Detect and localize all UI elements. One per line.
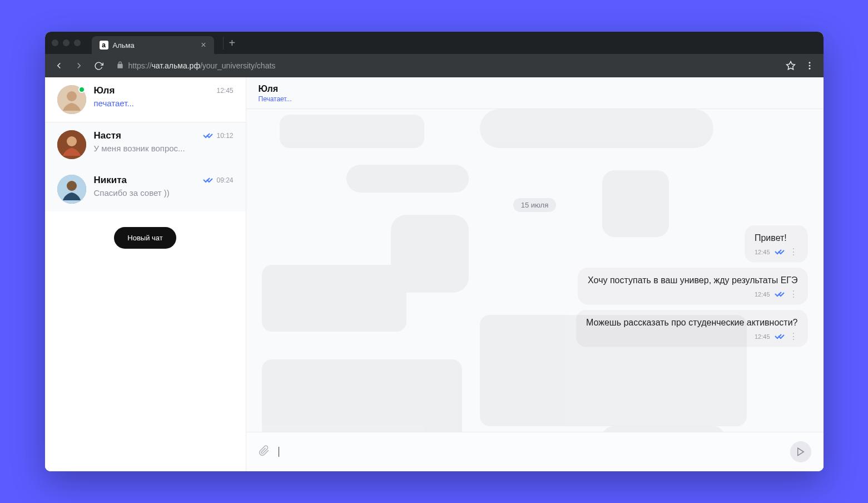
- svg-point-5: [67, 91, 77, 101]
- chat-list-item[interactable]: Настя 10:12 У меня возник вопрос...: [45, 122, 246, 167]
- new-tab-button[interactable]: +: [223, 37, 241, 50]
- message-bubble: Можешь рассказать про студенческие актив…: [576, 310, 808, 347]
- tab-title: Альма: [113, 41, 197, 50]
- chat-list-item[interactable]: Юля 12:45 печатает...: [45, 77, 246, 122]
- svg-point-7: [67, 136, 77, 146]
- svg-point-2: [809, 65, 810, 67]
- message-text: Привет!: [755, 233, 787, 243]
- chat-header: Юля Печатает...: [246, 77, 824, 109]
- lock-icon: [116, 61, 124, 71]
- browser-tab[interactable]: a Альма ×: [92, 36, 214, 54]
- read-status-icon: [775, 332, 785, 341]
- new-chat-button[interactable]: Новый чат: [114, 227, 176, 249]
- chat-list-item[interactable]: Никита 09:24 Спасибо за совет )): [45, 167, 246, 211]
- window-maximize-dot[interactable]: [74, 40, 81, 46]
- app: Юля 12:45 печатает... Настя: [45, 77, 824, 471]
- send-button[interactable]: [790, 441, 811, 462]
- conversation-title: Юля: [259, 84, 811, 94]
- reload-button[interactable]: [91, 57, 107, 74]
- message-time: 12:45: [755, 333, 770, 340]
- svg-point-1: [809, 62, 810, 63]
- date-separator: 15 июля: [513, 198, 556, 212]
- message-text: Можешь рассказать про студенческие актив…: [586, 318, 798, 327]
- message-menu-button[interactable]: ⋮: [789, 248, 798, 257]
- browser-window: a Альма × + https://чат.альма.рф/your_un…: [45, 32, 824, 471]
- read-status-icon: [775, 290, 785, 299]
- address-bar: https://чат.альма.рф/your_university/cha…: [45, 54, 824, 77]
- chat-name: Настя: [94, 130, 121, 141]
- tab-strip: a Альма × +: [45, 32, 824, 54]
- messages-area: 15 июля Привет! 12:45 ⋮ Хочу поступать в…: [246, 109, 824, 432]
- chat-preview: Спасибо за совет )): [94, 188, 234, 198]
- bookmark-button[interactable]: [782, 57, 799, 74]
- svg-marker-0: [786, 62, 795, 70]
- online-indicator: [78, 86, 85, 93]
- message-bubble: Привет! 12:45 ⋮: [745, 225, 808, 262]
- url-text: https://чат.альма.рф/your_university/cha…: [128, 61, 276, 70]
- svg-point-9: [67, 181, 77, 191]
- message-text: Хочу поступать в ваш универ, жду результ…: [588, 275, 797, 285]
- read-status-icon: [203, 176, 213, 185]
- conversation-pane: Юля Печатает... 15 июля: [246, 77, 824, 471]
- window-minimize-dot[interactable]: [63, 40, 70, 46]
- chat-time: 09:24: [216, 176, 233, 184]
- svg-marker-10: [797, 448, 803, 456]
- message-input[interactable]: [279, 447, 781, 457]
- sidebar: Юля 12:45 печатает... Настя: [45, 77, 246, 471]
- url-field[interactable]: https://чат.альма.рф/your_university/cha…: [111, 61, 779, 71]
- avatar: [57, 85, 86, 114]
- message-time: 12:45: [755, 291, 770, 298]
- chat-preview: У меня возник вопрос...: [94, 144, 234, 153]
- message-menu-button[interactable]: ⋮: [789, 332, 798, 341]
- tab-favicon: a: [100, 41, 108, 50]
- message-stack: Привет! 12:45 ⋮ Хочу поступать в ваш уни…: [260, 225, 810, 347]
- read-status-icon: [775, 248, 785, 257]
- forward-button[interactable]: [71, 57, 87, 74]
- browser-menu-button[interactable]: [801, 57, 818, 74]
- message-bubble: Хочу поступать в ваш универ, жду результ…: [578, 268, 807, 304]
- chat-time: 10:12: [216, 132, 233, 140]
- svg-point-3: [809, 68, 810, 70]
- message-composer: [246, 432, 824, 471]
- avatar: [57, 175, 86, 204]
- back-button[interactable]: [51, 57, 67, 74]
- traffic-lights: [52, 40, 87, 46]
- text-cursor: [279, 447, 279, 457]
- message-time: 12:45: [755, 249, 770, 255]
- chat-name: Юля: [94, 85, 115, 96]
- read-status-icon: [203, 131, 213, 140]
- browser-chrome: a Альма × + https://чат.альма.рф/your_un…: [45, 32, 824, 77]
- close-icon[interactable]: ×: [201, 41, 206, 50]
- window-close-dot[interactable]: [52, 40, 58, 46]
- chat-time: 12:45: [216, 87, 233, 95]
- message-menu-button[interactable]: ⋮: [789, 290, 798, 299]
- attach-button[interactable]: [259, 445, 270, 459]
- chat-name: Никита: [94, 175, 127, 186]
- conversation-status: Печатает...: [259, 95, 811, 103]
- avatar: [57, 130, 86, 159]
- chat-preview: печатает...: [94, 98, 234, 108]
